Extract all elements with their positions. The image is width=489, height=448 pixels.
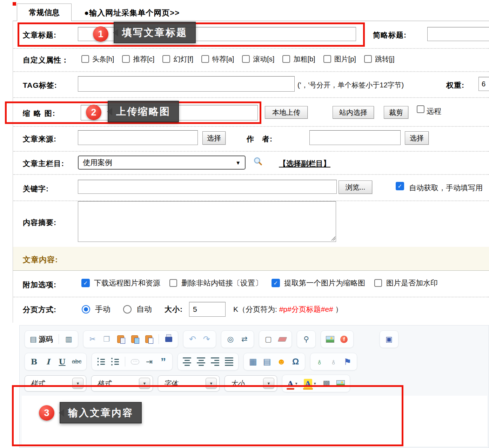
extra-checkbox-first-image-thumb[interactable]: ✓ bbox=[272, 279, 280, 287]
redo-icon[interactable]: ↷ bbox=[202, 335, 211, 344]
toolbar-group-select: ▢ bbox=[259, 330, 292, 348]
chevron-down-icon: ▼ bbox=[72, 378, 83, 389]
align-right-icon[interactable] bbox=[211, 357, 219, 366]
eraser-icon[interactable] bbox=[278, 335, 287, 344]
paging-size-input[interactable] bbox=[189, 302, 226, 317]
blockquote-icon[interactable]: ” bbox=[159, 357, 167, 366]
short-title-input[interactable] bbox=[427, 27, 489, 41]
cut-icon[interactable]: ✂ bbox=[88, 335, 97, 344]
bold-icon[interactable]: B bbox=[30, 357, 38, 366]
attr-checkbox-jump[interactable] bbox=[364, 55, 372, 63]
select-all-icon[interactable]: ▢ bbox=[264, 335, 273, 344]
keywords-auto-checkbox[interactable]: ✓ bbox=[396, 182, 404, 190]
summary-textarea[interactable] bbox=[78, 201, 336, 242]
size-dropdown[interactable]: 大小 ▼ bbox=[225, 375, 277, 391]
extra-checkbox-watermark[interactable] bbox=[374, 279, 382, 287]
category-search-icon[interactable] bbox=[254, 157, 260, 164]
preview-icon[interactable]: ▥ bbox=[65, 335, 73, 344]
thumb-local-upload-button[interactable]: 本地上传 bbox=[265, 106, 308, 119]
bg-color-button[interactable]: A▼ bbox=[304, 379, 317, 388]
tag-input[interactable] bbox=[78, 76, 295, 92]
format-dropdown-label: 格式 bbox=[97, 379, 111, 388]
ordered-list-icon[interactable] bbox=[97, 357, 105, 366]
weight-input[interactable] bbox=[478, 77, 489, 91]
extra-checkbox-remove-links[interactable] bbox=[169, 279, 177, 287]
check-icon: ✓ bbox=[397, 183, 402, 190]
font-dropdown[interactable]: 字体 ▼ bbox=[158, 375, 220, 391]
toolbar-group-clipboard: ✂ ❐ bbox=[83, 330, 178, 348]
tag-hint: ('，'号分开，单个标签小于12字节) bbox=[297, 80, 404, 90]
thumb-crop-button[interactable]: 裁剪 bbox=[384, 106, 408, 119]
unlink-icon[interactable]: ♁ bbox=[329, 357, 338, 366]
text-color-button[interactable]: A▼ bbox=[287, 379, 298, 388]
style-dropdown[interactable]: 样式 ▼ bbox=[25, 375, 86, 391]
format-dropdown[interactable]: 格式 ▼ bbox=[91, 375, 153, 391]
template-icon[interactable]: ▤ bbox=[263, 357, 271, 366]
extra-checkbox-download-remote[interactable]: ✓ bbox=[81, 279, 90, 287]
red-mark bbox=[13, 2, 16, 6]
thumb-remote-checkbox[interactable] bbox=[417, 105, 424, 113]
paging-size-label: 大小: bbox=[165, 304, 183, 314]
unordered-list-icon[interactable] bbox=[111, 357, 119, 366]
attr-checkbox-image[interactable] bbox=[323, 55, 331, 63]
link-icon[interactable]: ♁ bbox=[315, 357, 324, 366]
main-category-select[interactable]: 使用案例 ▼ bbox=[78, 156, 246, 170]
table-icon[interactable]: ▦ bbox=[249, 357, 257, 366]
article-source-input[interactable] bbox=[78, 130, 198, 145]
fullscreen-icon[interactable]: ▣ bbox=[385, 335, 393, 344]
paste-plain-icon[interactable] bbox=[130, 335, 139, 344]
paging-manual-radio[interactable] bbox=[82, 305, 90, 314]
image-map-icon[interactable] bbox=[336, 379, 345, 388]
indent-icon[interactable]: ⇥ bbox=[145, 357, 153, 366]
source-select-button[interactable]: 选择 bbox=[202, 131, 226, 145]
replace-icon[interactable]: ⇄ bbox=[240, 335, 249, 344]
copy-icon[interactable]: ❐ bbox=[102, 335, 111, 344]
flash-icon[interactable] bbox=[340, 335, 348, 344]
toolbar-separator bbox=[125, 357, 125, 367]
paste-word-icon[interactable] bbox=[145, 335, 153, 344]
author-input[interactable] bbox=[309, 130, 401, 145]
zoom-page-icon[interactable]: ⚲ bbox=[302, 335, 310, 344]
keywords-input[interactable] bbox=[78, 180, 337, 194]
special-char-icon[interactable]: Ω bbox=[292, 357, 300, 366]
extra-label-first-image-thumb: 提取第一个图片为缩略图 bbox=[284, 278, 365, 288]
annotation-tip-2: 上传缩略图 bbox=[108, 101, 179, 122]
keywords-browse-button[interactable]: 浏览... bbox=[339, 180, 372, 194]
source-icon: ▤ bbox=[30, 335, 37, 343]
align-center-icon[interactable] bbox=[197, 357, 205, 366]
weight-label: 权重: bbox=[446, 80, 464, 90]
annotation-tip-1: 填写文章标题 bbox=[114, 22, 196, 43]
underline-icon[interactable]: U bbox=[58, 357, 66, 366]
print-icon[interactable] bbox=[165, 335, 173, 344]
undo-icon[interactable]: ↶ bbox=[188, 335, 197, 344]
find-icon[interactable]: ◎ bbox=[226, 335, 235, 344]
author-select-button[interactable]: 选择 bbox=[405, 131, 429, 145]
attr-checkbox-bold[interactable] bbox=[282, 55, 290, 63]
attr-label-bold: 加粗[b] bbox=[293, 54, 315, 64]
attr-checkbox-scroll[interactable] bbox=[242, 55, 250, 63]
resize-grip-icon[interactable] bbox=[331, 236, 335, 241]
attr-checkbox-recommend[interactable] bbox=[122, 55, 130, 63]
spellcheck-icon[interactable]: ▩ bbox=[322, 379, 331, 388]
align-left-icon[interactable] bbox=[183, 357, 191, 366]
source-button[interactable]: ▤源码 bbox=[30, 335, 53, 344]
page-break-icon[interactable] bbox=[131, 357, 139, 366]
align-justify-icon[interactable] bbox=[225, 357, 233, 366]
source-button-label: 源码 bbox=[39, 335, 53, 344]
author-label: 作 者: bbox=[247, 134, 273, 144]
paging-auto-radio[interactable] bbox=[123, 305, 132, 314]
smiley-icon[interactable]: ☻ bbox=[277, 357, 286, 366]
attr-checkbox-slide[interactable] bbox=[162, 55, 170, 63]
strikethrough-icon[interactable]: abc bbox=[72, 357, 81, 366]
attr-checkbox-special[interactable] bbox=[201, 55, 209, 63]
image-icon[interactable] bbox=[326, 335, 334, 344]
tab-collect-url[interactable]: ●输入网址采集单个网页>> bbox=[84, 8, 180, 18]
attr-checkbox-headline[interactable] bbox=[81, 55, 89, 63]
thumb-site-select-button[interactable]: 站内选择 bbox=[333, 106, 374, 119]
paste-icon[interactable] bbox=[116, 335, 125, 344]
subcategory-link[interactable]: 【选择副栏目】 bbox=[279, 159, 330, 169]
anchor-icon[interactable]: ⚑ bbox=[343, 357, 352, 366]
toolbar-group-colors: A▼ A▼ ▩ bbox=[282, 375, 350, 392]
tab-general[interactable]: 常规信息 bbox=[17, 4, 72, 21]
italic-icon[interactable]: I bbox=[44, 357, 52, 366]
